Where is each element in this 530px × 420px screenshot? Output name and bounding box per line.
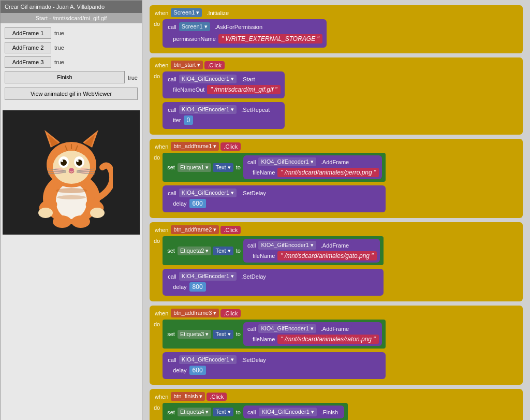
call-label-1: call — [167, 23, 178, 31]
do-calls-5: set Etiqueta3 ▾ Text ▾ to call KIO4_GifE… — [163, 320, 385, 379]
etiqueta1-dropdown[interactable]: Etiqueta1 ▾ — [178, 163, 212, 172]
filename-label-3: fileName — [252, 168, 276, 177]
set-etiqueta4-block: set Etiqueta4 ▾ Text ▾ to call KIO4_GifE… — [163, 403, 348, 420]
btn-addframe3-dropdown[interactable]: btn_addframe3 ▾ — [171, 309, 219, 317]
do-calls-3: set Etiqueta1 ▾ Text ▾ to call KIO4_GifE… — [163, 153, 386, 212]
filename-label-4: fileName — [252, 252, 276, 260]
left-panel: Crear Gif animado - Juan A. Villalpando … — [0, 0, 142, 420]
addframe-method-5: .AddFrame — [318, 325, 352, 333]
etiqueta4-dropdown[interactable]: Etiqueta4 ▾ — [178, 408, 212, 416]
when-row-3: when btn_addframe1 ▾ .Click — [154, 142, 519, 151]
set-etiqueta2-block: set Etiqueta2 ▾ Text ▾ to call KIO4_GifE… — [163, 236, 383, 265]
when-label-5: when — [154, 309, 169, 317]
set-row-6: set Etiqueta4 ▾ Text ▾ to call KIO4_GifE… — [166, 405, 344, 418]
kio4-start-dropdown[interactable]: KIO4_GifEncoder1 ▾ — [179, 75, 237, 83]
text-prop-3[interactable]: Text ▾ — [213, 163, 233, 172]
do-label-5: do — [154, 321, 160, 327]
svg-point-32 — [56, 188, 87, 193]
when-row-6: when btn_finish ▾ .Click — [154, 392, 519, 401]
kio4-addframe2-dropdown[interactable]: KIO4_GifEncoder1 ▾ — [258, 241, 316, 250]
kio4-addframe3-dropdown[interactable]: KIO4_GifEncoder1 ▾ — [258, 324, 316, 333]
screen1-call-dropdown[interactable]: Screen1 ▾ — [179, 22, 210, 31]
when-row-4: when btn_addframe2 ▾ .Click — [154, 225, 519, 234]
call-label-2a: call — [167, 75, 178, 83]
do-label-1: do — [154, 21, 160, 27]
set-label-6: set — [166, 408, 176, 416]
call-label-2b: call — [167, 106, 178, 114]
btn-finish-dropdown[interactable]: btn_finish ▾ — [171, 392, 205, 401]
svg-point-7 — [53, 151, 90, 184]
kio4-addframe1-dropdown[interactable]: KIO4_GifEncoder1 ▾ — [258, 157, 316, 166]
kio4-finish-dropdown[interactable]: KIO4_GifEncoder1 ▾ — [259, 408, 316, 416]
btn-start-dropdown[interactable]: btn_start ▾ — [171, 61, 203, 69]
do-row-5: do set Etiqueta3 ▾ Text ▾ to call KIO4_G… — [154, 320, 519, 379]
kio4-setdelay3-dropdown[interactable]: KIO4_GifEncoder1 ▾ — [179, 355, 237, 364]
setdelay2-block: call KIO4_GifEncoder1 ▾ .SetDelay delay … — [163, 269, 383, 296]
iter-value: 0 — [184, 115, 194, 125]
setrepeat-method: .SetRepeat — [238, 106, 273, 114]
text-prop-4[interactable]: Text ▾ — [213, 247, 233, 255]
do-calls-4: set Etiqueta2 ▾ Text ▾ to call KIO4_GifE… — [163, 236, 383, 296]
click-event-4: .Click — [220, 226, 241, 234]
kio4-setdelay1-dropdown[interactable]: KIO4_GifEncoder1 ▾ — [179, 189, 237, 197]
finish-method: .Finish — [318, 408, 341, 416]
app-title: Crear Gif animado - Juan A. Villalpando — [1, 1, 142, 13]
setdelay3-row: call KIO4_GifEncoder1 ▾ .SetDelay — [167, 355, 381, 364]
addframe1-call-block: call KIO4_GifEncoder1 ▾ .AddFrame fileNa… — [243, 155, 382, 179]
start-method: .Start — [238, 75, 258, 83]
askpermission-method: .AskForPermission — [212, 23, 266, 31]
to-label-6: to — [235, 408, 242, 416]
btn-addframe1-dropdown[interactable]: btn_addframe1 ▾ — [171, 142, 219, 151]
addframe-method-3: .AddFrame — [318, 158, 352, 166]
iter-label: iter — [172, 116, 182, 124]
iter-row: iter 0 — [172, 115, 280, 125]
filename-value-5: " /mnt/sdcard/animales/raton.png " — [277, 335, 378, 344]
block-finish-click: when btn_finish ▾ .Click do set Etiqueta… — [150, 389, 523, 420]
setdelay3-block: call KIO4_GifEncoder1 ▾ .SetDelay delay … — [163, 352, 385, 379]
do-row-1: do call Screen1 ▾ .AskForPermission perm… — [154, 19, 519, 48]
addframe2-button[interactable]: AddFrame 2 — [5, 42, 51, 53]
addframe2-call-row: call KIO4_GifEncoder1 ▾ .AddFrame — [246, 241, 377, 250]
to-label-5: to — [235, 330, 242, 338]
initialize-event: .Initialize — [203, 9, 232, 17]
text-prop-5[interactable]: Text ▾ — [213, 330, 233, 339]
delay-label-4: delay — [172, 283, 187, 291]
addframe1-value: true — [54, 30, 64, 36]
etiqueta2-dropdown[interactable]: Etiqueta2 ▾ — [178, 247, 212, 255]
filename-label-5: fileName — [252, 335, 276, 343]
svg-point-31 — [71, 215, 90, 228]
addframe2-value: true — [54, 45, 64, 51]
set-label-5: set — [166, 330, 176, 338]
btn-addframe2-dropdown[interactable]: btn_addframe2 ▾ — [171, 225, 219, 234]
kio4-setrepeat-dropdown[interactable]: KIO4_GifEncoder1 ▾ — [179, 105, 237, 114]
call-askpermission: call Screen1 ▾ .AskForPermission — [167, 22, 322, 31]
screen1-dropdown[interactable]: Screen1 ▾ — [171, 8, 202, 17]
set-label-4: set — [166, 247, 176, 255]
call-start-row: call KIO4_GifEncoder1 ▾ .Start — [167, 75, 280, 83]
svg-point-14 — [69, 168, 74, 172]
call-label-6: call — [246, 408, 257, 416]
etiqueta3-dropdown[interactable]: Etiqueta3 ▾ — [178, 330, 212, 339]
app-subtitle: Start - /mnt/sdcard/mi_gif.gif — [1, 13, 142, 23]
do-label-4: do — [154, 238, 160, 244]
addframe3-button[interactable]: AddFrame 3 — [5, 56, 51, 68]
permission-name-label: permissionName — [172, 35, 217, 43]
do-label-2: do — [154, 73, 160, 79]
text-prop-6[interactable]: Text ▾ — [213, 408, 233, 416]
filename-row-5: fileName " /mnt/sdcard/animales/raton.pn… — [252, 335, 379, 344]
finish-value: true — [128, 75, 138, 81]
click-event-3: .Click — [220, 142, 241, 151]
finish-button[interactable]: Finish — [5, 71, 125, 83]
setdelay1-row: call KIO4_GifEncoder1 ▾ .SetDelay — [167, 189, 381, 197]
filename-value-3: " /mnt/sdcard/animales/perro.png " — [277, 168, 379, 177]
set-row-5: set Etiqueta3 ▾ Text ▾ to call KIO4_GifE… — [166, 322, 381, 346]
block-addframe2-click: when btn_addframe2 ▾ .Click do set Etiqu… — [150, 222, 523, 301]
addframe1-button[interactable]: AddFrame 1 — [5, 27, 51, 39]
when-label-4: when — [154, 226, 169, 234]
kio4-setdelay2-dropdown[interactable]: KIO4_GifEncoder1 ▾ — [179, 272, 237, 281]
permission-value: " WRITE_EXTERNAL_STORAGE " — [218, 34, 322, 44]
webviewer-button[interactable]: View animated gif in WebViewer — [5, 88, 138, 100]
finish-row: Finish true — [5, 71, 138, 84]
call-setrepeat-row: call KIO4_GifEncoder1 ▾ .SetRepeat — [167, 105, 280, 114]
svg-point-28 — [38, 208, 53, 218]
